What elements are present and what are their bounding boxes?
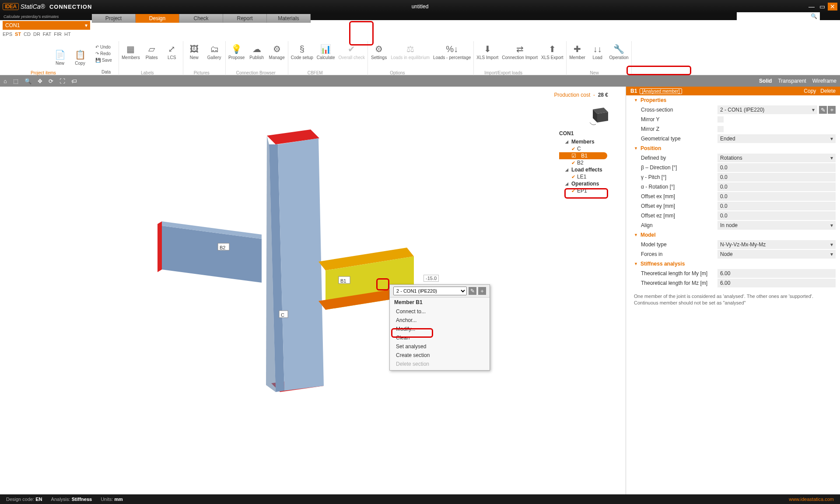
analysis-type-row: EPS ST CD DR FAT FIR HT <box>3 32 71 37</box>
plates-button[interactable]: ▱Plates <box>144 43 160 60</box>
tree-member-b1[interactable]: ☑ B1 <box>559 152 607 159</box>
tab-design[interactable]: Design <box>136 14 179 23</box>
xls-import-button[interactable]: ⬇XLS Import <box>476 43 498 60</box>
eps-label[interactable]: EPS <box>3 32 12 37</box>
beta-input[interactable]: 0.0 <box>718 163 836 172</box>
project-name-dropdown[interactable]: CON1 ▾ <box>3 21 90 30</box>
gamma-input[interactable]: 0.0 <box>718 173 836 182</box>
connection-import-button[interactable]: ⇄Connection Import <box>502 43 538 60</box>
copy-button[interactable]: 📋Copy <box>72 49 88 66</box>
cross-section-select[interactable]: 2 - CON1 (IPE220) <box>718 105 817 114</box>
new-load-button[interactable]: ↓↓Load <box>589 43 606 60</box>
settings-button[interactable]: ⚙Settings <box>371 43 387 60</box>
edit-cs-button[interactable]: ✎ <box>819 106 827 114</box>
edit-cs-icon[interactable]: ✎ <box>469 287 476 295</box>
tab-check[interactable]: Check <box>179 14 223 23</box>
publish-button[interactable]: ☁Publish <box>248 43 265 60</box>
forces-in-select[interactable]: Node <box>718 250 836 259</box>
tree-ep1[interactable]: ✔EP1 <box>559 187 607 194</box>
st-label[interactable]: ST <box>15 32 21 37</box>
section-model[interactable]: Model <box>626 230 840 240</box>
model-type-select[interactable]: N-Vy-Vz-Mx-My-Mz <box>718 240 836 249</box>
offset-ez-input[interactable]: 0.0 <box>718 211 836 220</box>
ctx-modify[interactable]: Modify... <box>390 325 490 333</box>
lcs-button[interactable]: ⤢LCS <box>164 43 180 60</box>
maximize-button[interactable]: ▭ <box>817 3 827 10</box>
loads-percentage-button[interactable]: %↓Loads - percentage <box>433 43 471 60</box>
mirror-y-checkbox[interactable] <box>718 116 724 122</box>
manage-button[interactable]: ⚙Manage <box>269 43 285 60</box>
search-input[interactable] <box>737 12 820 20</box>
ctx-set-analysed[interactable]: Set analysed <box>390 342 490 351</box>
section-position[interactable]: Position <box>626 144 840 153</box>
tree-root[interactable]: CON1 <box>559 130 607 136</box>
view-cube[interactable] <box>586 104 612 126</box>
new-operation-button[interactable]: 🔧Operation <box>609 43 629 60</box>
undo-button[interactable]: ↶ Undo <box>94 44 112 50</box>
view-wireframe[interactable]: Wireframe <box>812 78 836 84</box>
minimize-button[interactable]: — <box>807 3 816 10</box>
add-cs-button[interactable]: ＋ <box>828 106 836 114</box>
home-icon[interactable]: ⌂ <box>4 78 7 84</box>
new-button[interactable]: 📄New <box>52 49 68 66</box>
delete-member-button[interactable]: Delete <box>820 88 836 94</box>
new-picture-button[interactable]: 🖼New <box>186 43 203 60</box>
defined-by-select[interactable]: Rotations <box>718 154 836 162</box>
redo-button[interactable]: ↷ Redo <box>94 50 112 57</box>
alpha-input[interactable]: 0.0 <box>718 182 836 191</box>
section-stiffness[interactable]: Stiffness analysis <box>626 259 840 269</box>
tree-member-b2[interactable]: ✔B2 <box>559 159 607 166</box>
tag-icon[interactable]: 🏷 <box>71 78 77 84</box>
ctx-clean[interactable]: Clean <box>390 333 490 342</box>
view-transparent[interactable]: Transparent <box>778 78 806 84</box>
propose-button[interactable]: 💡Propose <box>228 43 245 60</box>
tree-operations[interactable]: ◢Operations <box>559 180 607 187</box>
calculate-button[interactable]: 📊Calculate <box>317 43 335 60</box>
ctx-connect-to[interactable]: Connect to... <box>390 307 490 316</box>
theoretical-ly-input[interactable]: 6.00 <box>718 269 836 278</box>
select-icon[interactable]: ⬚ <box>13 78 18 84</box>
context-cross-section-select[interactable]: 2 - CON1 (IPE220) <box>393 287 467 295</box>
tree-member-c[interactable]: ✔C <box>559 145 607 152</box>
theoretical-lz-input[interactable]: 6.00 <box>718 279 836 287</box>
offset-ey-input[interactable]: 0.0 <box>718 202 836 210</box>
tree-le1[interactable]: ✔LE1 <box>559 173 607 180</box>
app-name: CONNECTION <box>49 4 92 10</box>
fat-label[interactable]: FAT <box>43 32 51 37</box>
search-icon: 🔍 <box>811 13 817 19</box>
group-connection-browser: Connection Browser <box>236 70 276 75</box>
gallery-button[interactable]: 🗂Gallery <box>206 43 223 60</box>
tab-report[interactable]: Report <box>223 14 267 23</box>
tab-project[interactable]: Project <box>92 14 136 23</box>
copy-member-button[interactable]: Copy <box>804 88 816 94</box>
section-properties[interactable]: Properties <box>626 95 840 105</box>
status-bar: Design code: EN Analysis: Stiffness Unit… <box>0 494 840 504</box>
tree-load-effects[interactable]: ◢Load effects <box>559 166 607 173</box>
ctx-create-section[interactable]: Create section <box>390 351 490 360</box>
save-button[interactable]: 💾 Save <box>94 57 114 63</box>
ctx-anchor[interactable]: Anchor... <box>390 316 490 325</box>
tree-members[interactable]: ◢Members <box>559 138 607 145</box>
xls-export-button[interactable]: ⬆XLS Export <box>541 43 564 60</box>
website-link[interactable]: www.ideastatica.com <box>789 497 834 502</box>
dr-label[interactable]: DR <box>33 32 40 37</box>
geometrical-type-select[interactable]: Ended <box>718 134 836 143</box>
offset-ex-input[interactable]: 0.0 <box>718 192 836 201</box>
expand-icon[interactable]: ⛶ <box>60 78 65 84</box>
tab-materials[interactable]: Materials <box>267 14 311 23</box>
3d-viewport[interactable]: Production cost - 28 € <box>0 87 626 504</box>
zoom-icon[interactable]: 🔍 <box>24 78 32 84</box>
members-button[interactable]: ▦Members <box>122 43 140 60</box>
fir-label[interactable]: FIR <box>54 32 62 37</box>
ht-label[interactable]: HT <box>64 32 71 37</box>
add-cs-icon[interactable]: ＋ <box>478 287 486 295</box>
align-select[interactable]: In node <box>718 221 836 230</box>
view-solid[interactable]: Solid <box>759 78 772 84</box>
close-button[interactable]: ✕ <box>828 3 837 10</box>
code-setup-button[interactable]: §Code setup <box>291 43 313 60</box>
new-member-button[interactable]: ✚Member <box>569 43 586 60</box>
move-icon[interactable]: ✥ <box>38 78 42 84</box>
mirror-z-checkbox[interactable] <box>718 126 724 132</box>
cd-label[interactable]: CD <box>24 32 31 37</box>
refresh-icon[interactable]: ⟳ <box>49 78 53 84</box>
